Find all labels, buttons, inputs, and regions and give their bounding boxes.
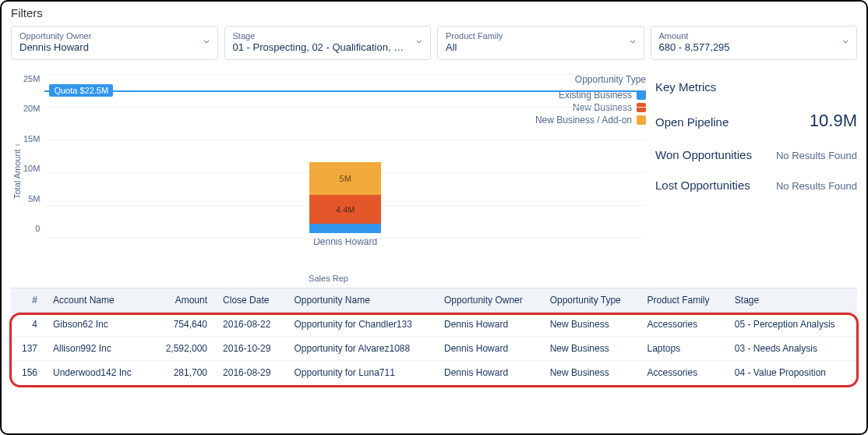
filter-stage[interactable]: Stage 01 - Prospecting, 02 - Qualificati… bbox=[224, 26, 432, 60]
cell-num: 137 bbox=[11, 337, 45, 361]
cell-owner: Dennis Howard bbox=[436, 313, 542, 337]
filter-amount-label: Amount bbox=[659, 31, 835, 41]
y-axis: 25M 20M 15M 10M 5M 0 bbox=[23, 69, 44, 256]
y-tick: 10M bbox=[23, 164, 40, 173]
cell-stage: 04 - Value Proposition bbox=[727, 361, 857, 385]
x-axis-label: Sales Rep bbox=[11, 274, 646, 283]
cell-amount: 2,592,000 bbox=[151, 337, 215, 361]
y-tick: 0 bbox=[35, 224, 40, 233]
metric-open-pipeline: Open Pipeline 10.9M bbox=[655, 111, 857, 131]
filters-title: Filters bbox=[11, 6, 857, 19]
y-tick: 25M bbox=[23, 74, 40, 83]
y-tick: 20M bbox=[23, 104, 40, 113]
table-row[interactable]: 137Allison992 Inc2,592,0002016-10-29Oppo… bbox=[11, 337, 857, 361]
col-stage[interactable]: Stage bbox=[727, 288, 857, 313]
cell-account: Gibson62 Inc bbox=[45, 313, 151, 337]
cell-opp: Opportunity for Chandler133 bbox=[286, 313, 436, 337]
filter-row: Opportunity Owner Dennis Howard Stage 01… bbox=[11, 26, 857, 60]
metrics-title: Key Metrics bbox=[655, 80, 857, 94]
y-tick: 15M bbox=[23, 134, 40, 143]
y-axis-label: Total Amount ↕ bbox=[11, 69, 23, 272]
filter-amount-value: 680 - 8,577,295 bbox=[659, 41, 835, 55]
col-account[interactable]: Account Name bbox=[45, 288, 151, 313]
col-num[interactable]: # bbox=[11, 288, 45, 313]
chart-panel: Opportunity Type Existing Business New B… bbox=[11, 69, 646, 283]
cell-close: 2016-10-29 bbox=[215, 337, 286, 361]
cell-close: 2016-08-22 bbox=[215, 313, 286, 337]
metric-value: No Results Found bbox=[776, 180, 857, 192]
filter-amount[interactable]: Amount 680 - 8,577,295 bbox=[651, 26, 858, 60]
metric-label: Won Opportunities bbox=[655, 148, 752, 161]
table-row[interactable]: 156Underwood142 Inc281,7002016-08-29Oppo… bbox=[11, 361, 857, 385]
filter-owner-value: Dennis Howard bbox=[19, 41, 196, 55]
col-type[interactable]: Opportunity Type bbox=[542, 288, 640, 313]
filter-stage-value: 01 - Prospecting, 02 - Qualification, 03… bbox=[233, 41, 409, 55]
quota-badge: Quota $22.5M bbox=[49, 84, 113, 97]
bar-stack[interactable]: 5M4.4M bbox=[309, 162, 381, 233]
filter-family-label: Product Family bbox=[446, 31, 622, 41]
metric-won: Won Opportunities No Results Found bbox=[655, 148, 857, 161]
cell-family: Accessories bbox=[640, 313, 727, 337]
cell-owner: Dennis Howard bbox=[436, 337, 542, 361]
metric-label: Open Pipeline bbox=[655, 115, 729, 129]
bar-segment[interactable]: 5M bbox=[309, 162, 381, 195]
cell-amount: 281,700 bbox=[151, 361, 215, 385]
cell-owner: Dennis Howard bbox=[436, 361, 542, 385]
metric-lost: Lost Opportunities No Results Found bbox=[655, 179, 857, 192]
cell-amount: 754,640 bbox=[151, 313, 215, 337]
chevron-down-icon bbox=[628, 37, 637, 49]
cell-family: Accessories bbox=[640, 361, 727, 385]
cell-num: 156 bbox=[11, 361, 45, 385]
chevron-down-icon bbox=[841, 37, 850, 49]
col-amount[interactable]: Amount bbox=[151, 288, 215, 313]
filter-stage-label: Stage bbox=[233, 31, 409, 41]
filter-product-family[interactable]: Product Family All bbox=[437, 26, 644, 60]
y-tick: 5M bbox=[28, 194, 40, 203]
metric-value: 10.9M bbox=[810, 111, 857, 131]
col-opp[interactable]: Opportunity Name bbox=[286, 288, 436, 313]
cell-type: New Business bbox=[542, 361, 640, 385]
cell-stage: 03 - Needs Analysis bbox=[727, 337, 857, 361]
bar-segment[interactable] bbox=[309, 224, 381, 233]
col-owner[interactable]: Opportunity Owner bbox=[436, 288, 542, 313]
filter-owner-label: Opportunity Owner bbox=[19, 31, 196, 41]
metric-value: No Results Found bbox=[776, 150, 857, 161]
cell-num: 4 bbox=[11, 313, 45, 337]
metrics-panel: Key Metrics Open Pipeline 10.9M Won Oppo… bbox=[655, 69, 857, 283]
table-row[interactable]: 4Gibson62 Inc754,6402016-08-22Opportunit… bbox=[11, 313, 857, 337]
cell-account: Underwood142 Inc bbox=[45, 361, 151, 385]
cell-stage: 05 - Perception Analysis bbox=[727, 313, 857, 337]
chart-plot[interactable]: Dennis Howard Quota $22.5M5M4.4M bbox=[44, 69, 646, 256]
bar-segment[interactable]: 4.4M bbox=[309, 195, 381, 224]
opportunities-table: # Account Name Amount Close Date Opportu… bbox=[11, 288, 857, 384]
metric-label: Lost Opportunities bbox=[655, 179, 750, 192]
chevron-down-icon bbox=[415, 37, 424, 49]
cell-type: New Business bbox=[542, 313, 640, 337]
opportunities-table-wrap: # Account Name Amount Close Date Opportu… bbox=[11, 288, 857, 384]
chevron-down-icon bbox=[202, 37, 211, 49]
col-close[interactable]: Close Date bbox=[215, 288, 286, 313]
filter-owner[interactable]: Opportunity Owner Dennis Howard bbox=[11, 26, 218, 60]
cell-opp: Opportunity for Luna711 bbox=[286, 361, 436, 385]
cell-type: New Business bbox=[542, 337, 640, 361]
cell-account: Allison992 Inc bbox=[45, 337, 151, 361]
cell-family: Laptops bbox=[640, 337, 727, 361]
col-family[interactable]: Product Family bbox=[640, 288, 727, 313]
table-header-row: # Account Name Amount Close Date Opportu… bbox=[11, 288, 857, 313]
cell-opp: Opportunity for Alvarez1088 bbox=[286, 337, 436, 361]
filter-family-value: All bbox=[446, 41, 622, 55]
cell-close: 2016-08-29 bbox=[215, 361, 286, 385]
